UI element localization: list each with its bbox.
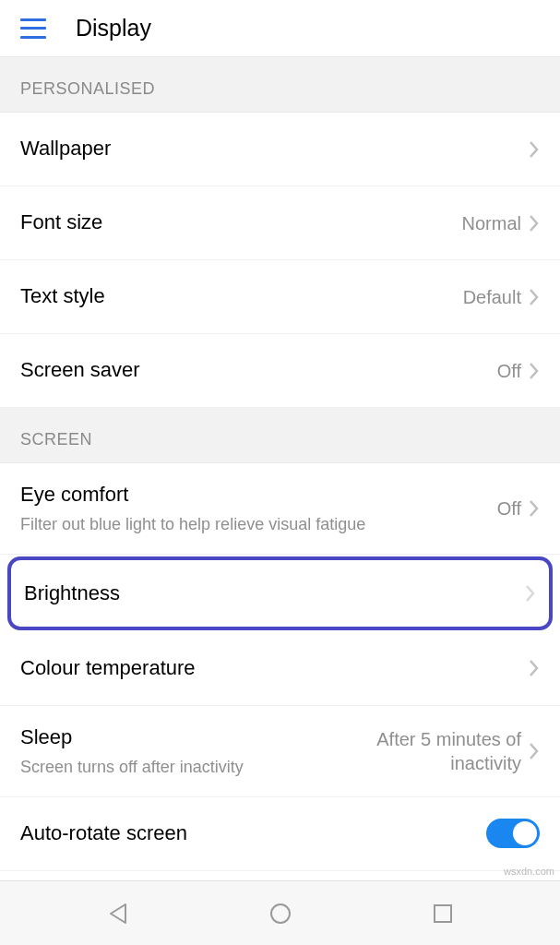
toggle-switch[interactable] — [486, 819, 540, 848]
item-right: After 5 minutes of inactivity — [328, 727, 540, 775]
item-right: Default — [463, 285, 540, 309]
svg-rect-2 — [435, 905, 451, 922]
item-sublabel: Filter out blue light to help relieve vi… — [20, 514, 486, 535]
item-left: Eye comfort Filter out blue light to hel… — [20, 482, 497, 535]
item-sleep[interactable]: Sleep Screen turns off after inactivity … — [0, 706, 560, 797]
item-label: Brightness — [24, 580, 514, 607]
item-label: Text style — [20, 283, 452, 310]
list-screen: Eye comfort Filter out blue light to hel… — [0, 463, 560, 871]
nav-home-button[interactable] — [268, 901, 293, 927]
item-right — [525, 583, 536, 604]
chevron-right-icon — [529, 139, 540, 160]
item-label: Sleep — [20, 724, 316, 751]
item-left: Auto-rotate screen — [20, 820, 486, 847]
item-left: Brightness — [24, 580, 525, 607]
item-left: Font size — [20, 209, 462, 236]
item-value: Off — [497, 496, 521, 520]
chevron-right-icon — [529, 213, 540, 233]
item-left: Sleep Screen turns off after inactivity — [20, 724, 328, 778]
item-right: Off — [497, 359, 540, 383]
item-label: Auto-rotate screen — [20, 820, 475, 847]
item-auto-rotate[interactable]: Auto-rotate screen — [0, 797, 560, 871]
item-right — [486, 819, 540, 848]
menu-icon[interactable] — [20, 18, 46, 39]
item-colour-temperature[interactable]: Colour temperature — [0, 632, 560, 706]
page-title: Display — [76, 15, 151, 42]
chevron-right-icon — [529, 498, 540, 519]
chevron-right-icon — [529, 741, 540, 761]
item-eye-comfort[interactable]: Eye comfort Filter out blue light to hel… — [0, 463, 560, 555]
item-font-size[interactable]: Font size Normal — [0, 186, 560, 260]
item-text-style[interactable]: Text style Default — [0, 260, 560, 334]
item-brightness[interactable]: Brightness — [7, 556, 553, 630]
item-left: Screen saver — [20, 357, 497, 384]
chevron-right-icon — [529, 658, 540, 678]
item-value: Default — [463, 285, 521, 309]
item-left: Wallpaper — [20, 136, 529, 162]
item-screen-saver[interactable]: Screen saver Off — [0, 334, 560, 408]
item-label: Colour temperature — [20, 655, 518, 682]
section-header-personalised: PERSONALISED — [0, 57, 560, 113]
item-label: Screen saver — [20, 357, 486, 384]
svg-point-1 — [271, 904, 290, 923]
chevron-right-icon — [525, 583, 536, 604]
chevron-right-icon — [529, 287, 540, 307]
svg-marker-0 — [111, 904, 125, 923]
list-personalised: Wallpaper Font size Normal Text style De… — [0, 113, 560, 408]
item-right — [529, 658, 540, 678]
item-value: Off — [497, 359, 521, 383]
app-header: Display — [0, 0, 560, 57]
item-value: After 5 minutes of inactivity — [328, 727, 521, 775]
nav-back-button[interactable] — [105, 901, 131, 927]
item-value: Normal — [462, 211, 521, 235]
item-label: Eye comfort — [20, 482, 486, 508]
item-left: Colour temperature — [20, 655, 529, 682]
item-label: Wallpaper — [20, 136, 518, 162]
item-wallpaper[interactable]: Wallpaper — [0, 113, 560, 186]
nav-recent-button[interactable] — [431, 902, 455, 926]
item-right: Normal — [462, 211, 540, 235]
system-navbar — [0, 880, 560, 945]
chevron-right-icon — [529, 361, 540, 381]
item-left: Text style — [20, 283, 463, 310]
item-label: Font size — [20, 209, 451, 236]
watermark: wsxdn.com — [504, 866, 554, 877]
section-header-screen: SCREEN — [0, 408, 560, 463]
item-sublabel: Screen turns off after inactivity — [20, 757, 316, 778]
item-right — [529, 139, 540, 160]
item-right: Off — [497, 496, 540, 520]
